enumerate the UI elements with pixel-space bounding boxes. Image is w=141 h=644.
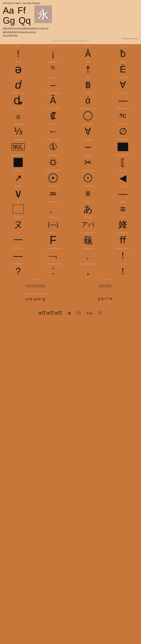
label-latin1sup: Latin-1 Sup [49,46,57,48]
svg-point-10 [87,177,89,179]
glyph-katakanaem: ヌ [1,219,35,230]
glyph-mathalpha: ? [1,265,35,277]
glyph-phoneticext: Ɐ [106,79,140,90]
glyph-numberforms: ⅓ [1,126,35,137]
cell-suppunct: Sup Punctuation ≃ [36,185,70,200]
glyph-cjkexta: 㛔 [106,219,140,230]
label-arrows: Arrows [51,123,55,125]
label-phoneticext: Phonetic Ext [119,76,128,78]
cell-miscsymbols: Misc Symbols [36,154,70,169]
cell-supmathops: Sup Math Operators [70,169,105,185]
glyph-latinextc: ∨ [1,188,35,199]
label-mathalpha: Math Alphenum [13,263,24,265]
cell-latinextb: Latin Ext B ƀ [105,45,140,60]
label-miscarrows: Misc Arrows [119,170,127,172]
cell-mathops: Math Operators ∀ [70,122,105,138]
glyph-cjkcompatforms: ﹁ [36,250,70,261]
glyph-hebrew: – [36,79,70,90]
glyph-cyrillicsup: d [1,79,35,90]
label-latinextadd: Latin Ext Additional [46,92,60,94]
cell-cyrillic: Cyrillic È [105,60,140,76]
glyph-controlpictures: NUL [1,141,35,152]
cell-latinextadd: Latin Ext Additional Ȁ [36,92,70,107]
preview-latin: Aa Ff Gg Qq [3,6,31,26]
cell-boxdrawing: Box Drawing ─ [70,138,105,154]
cell-diacriticals: Diacriticals For Symbols [70,107,105,122]
glyph-miscsymbols [36,156,70,168]
label-controlpictures: Control Pictures [12,139,24,141]
glyph-alphabeticpf: ﬀ [106,234,140,246]
label-diacriticals: Diacriticals For Symbols [80,108,97,110]
glyph-finalrow1: ơƠơƠơƠ ɐ 𠀡𠁤 «« 𝄆𝄇 [1,307,140,319]
glyph-halffulls: ！ [106,250,140,261]
label-boxdrawing: Box Drawing [83,139,92,141]
glyph-miscarrows: ◀ [106,172,140,184]
label-enclosedalpha: Enclosed Alphanum [46,139,60,141]
glyph-ipaext: ə [1,64,35,75]
cell-phoneticextsup: Phonetic Ext Sup ȡ [1,92,36,107]
label-superandsub: Super And Sub [13,108,24,110]
label-enclideogsup: Enclosed Ideographic Sup [79,263,97,265]
label-geoshapes: Geometric Shapes [12,154,25,156]
glyph-suparrowsb: ↗ [1,172,35,184]
cell-smallforms: Small Forms ﹐ [70,247,105,262]
label-cjkexta: CJK Ext A [119,216,127,218]
glyph-miscmatha: ⟦ [106,156,140,168]
cell-cjksymbols: CJK Symbols 、 [36,200,70,216]
glyph-miscmathb [36,172,70,184]
label-cjkradicalssup: CJK Radicals Sup [82,185,95,187]
label-cjkcompatforms: CJK Compat Forms [46,248,60,250]
cell-kange: Kange — [105,185,140,200]
label-cjkextd: CJK Ext D [102,278,109,280]
glyph-modletters: ʰ [36,64,70,75]
glyph-cjkextd: 𠮠𠮡𠮢𠮣𠮤𠮥𠮦 [71,281,140,291]
cell-enclosedalpha: Enclosed Alphanum ① [36,138,70,154]
preview-row: Aa Ff Gg Qq 永 [3,6,138,26]
cell-cjkextb: CJK Ext B ！ [105,262,140,278]
glyph-enclideogsup: ， [71,265,105,277]
label-currency: Currency Symbols [46,108,60,110]
label-cjkcompatideo: CJK Compat Ideographs [79,232,97,234]
cell-cjkextc: CJK Ext C 𠄢𠀠𠁤𠁷𠁿𠀤𠀡𠀣𠀢𠀩𠀪 [1,278,70,292]
glyph-cjkradicalssup: ≡ [71,188,105,199]
glyph-cjkcompatideogsup: ꠀꠁꠂꠃꠄꠅ [1,295,70,305]
cell-verticalforms: Vertical Forms — [1,247,36,262]
glyph-enclalphanmsup: ⁚ [36,265,70,277]
glyph-cjkextb: ！ [106,265,140,277]
cell-dingbats: Dingbats ✂ [70,154,105,169]
cell-miscmathb: Misc Math Symbols B [36,169,70,185]
glyph-suppunct: ≃ [36,188,70,199]
glyph-latinexta: Ā [71,48,105,59]
cell-misctech: Misc Technical ∅ [105,122,140,138]
cell-controlpictures: Control Pictures NUL [1,138,36,154]
copyright: © Design by fontke.com [3,38,138,40]
label-thai: Thai [86,76,90,78]
glyph-greekext: ά [71,94,105,106]
label-supmathops: Sup Math Operators [81,170,95,172]
label-miscmatha: Misc Math Symbols A [115,154,131,156]
glyph-kange: — [106,188,140,199]
cell-ipaext: IPA Ext ə [1,60,36,76]
glyph-superandsub: ₀ [1,110,35,122]
svg-line-7 [55,160,56,161]
cell-numberforms: Number Forms ⅓ [1,122,36,138]
svg-line-6 [55,164,56,165]
glyph-phoneticextsup: ȡ [1,94,35,106]
label-enclcjk: Enclosed CJK [48,216,58,218]
preview-row1: Aa Ff [3,6,31,16]
glyph-hiragena: あ [71,203,105,215]
label-ascii: ASCII [16,46,20,48]
cell-alphabeticpf: Alphabetic PF ﬀ [105,231,140,247]
cell-cjkradicalssup: CJK Radicals Sup ≡ [70,185,105,200]
cell-katakana: Katakana ≡ [105,200,140,216]
font-source: Font Source: http://www.fontke.com/font/… [3,40,138,42]
cell-suparrowsb: Sup Arrows B ↗ [1,169,36,185]
cell-cjkcompat: CJK Compat アパ [70,216,105,231]
cell-greekext: Greek Ext ά [70,92,105,107]
glyph-lastrow: 𝄆𝄇𝄈𝄉𝄊𝄋 [71,293,140,305]
label-alphabeticpf: Alphabetic PF [118,232,128,234]
label-suppunct: Sup Punctuation [47,185,59,187]
grid: ASCII ! Latin-1 Sup ¡ Latin Ext A Ā Lati… [1,45,140,320]
cell-hiragena: Hiragena あ [70,200,105,216]
glyph-latinextadd: Ȁ [36,94,70,106]
